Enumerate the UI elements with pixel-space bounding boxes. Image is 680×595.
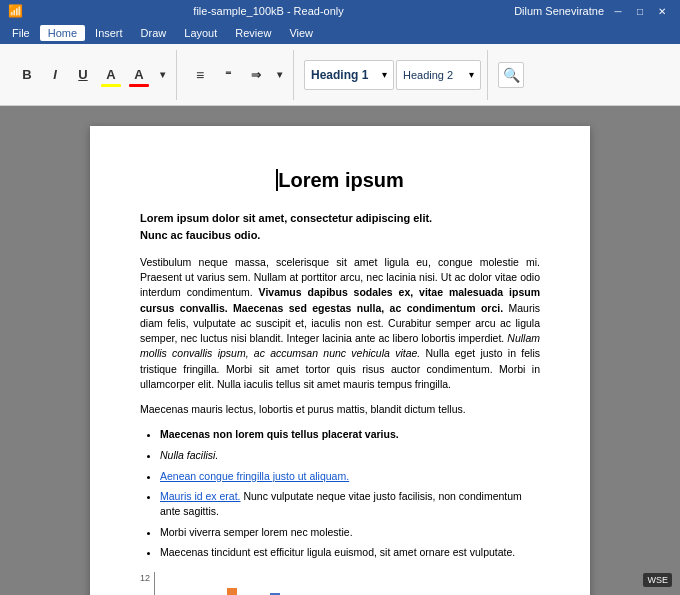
y-label: 12 xyxy=(140,572,150,585)
list-item: Mauris id ex erat. Nunc vulputate neque … xyxy=(160,489,540,518)
bar-col2 xyxy=(227,588,237,595)
list-item: Morbi viverra semper lorem nec molestie. xyxy=(160,525,540,540)
menu-draw[interactable]: Draw xyxy=(133,25,175,41)
list-link[interactable]: Aenean congue fringilla justo ut aliquam… xyxy=(160,470,349,482)
title-bar-left: 📶 xyxy=(8,4,23,18)
ribbon: B I U A A ▾ ≡ ⁼ ⇒ ▾ Heading 1 ▾ Heading … xyxy=(0,44,680,106)
heading1-label: Heading 1 xyxy=(311,68,368,82)
chart-wrapper: 12 10 8 6 xyxy=(140,572,540,595)
bullet-list: Maecenas non lorem quis tellus placerat … xyxy=(160,427,540,560)
menu-view[interactable]: View xyxy=(281,25,321,41)
heading1-arrow: ▾ xyxy=(382,69,387,80)
bold-intro: Lorem ipsum dolor sit amet, consectetur … xyxy=(140,210,540,243)
body-paragraph-1: Vestibulum neque massa, scelerisque sit … xyxy=(140,255,540,392)
body-paragraph-2: Maecenas mauris lectus, lobortis et puru… xyxy=(140,402,540,417)
minimize-button[interactable]: ─ xyxy=(608,4,628,18)
numbered-list-button[interactable]: ⁼ xyxy=(215,62,241,88)
heading2-arrow: ▾ xyxy=(469,69,474,80)
chart-legend: Column 1 Column 2 xyxy=(310,572,363,595)
watermark: WSE xyxy=(643,573,672,587)
maximize-button[interactable]: □ xyxy=(630,4,650,18)
indent-dropdown[interactable]: ▾ xyxy=(271,62,287,88)
menu-home[interactable]: Home xyxy=(40,25,85,41)
close-button[interactable]: ✕ xyxy=(652,4,672,18)
document-area: Lorem ipsum Lorem ipsum dolor sit amet, … xyxy=(0,106,680,595)
window-controls: ─ □ ✕ xyxy=(608,4,672,18)
chart-y-axis: 12 10 8 6 xyxy=(140,572,150,595)
menu-layout[interactable]: Layout xyxy=(176,25,225,41)
list-link-2[interactable]: Mauris id ex erat. xyxy=(160,490,241,502)
heading2-dropdown[interactable]: Heading 2 ▾ xyxy=(396,60,481,90)
list-item: Nulla facilisi. xyxy=(160,448,540,463)
list-item: Maecenas tincidunt est efficitur ligula … xyxy=(160,545,540,560)
page: Lorem ipsum Lorem ipsum dolor sit amet, … xyxy=(90,126,590,595)
search-group: 🔍 xyxy=(492,50,530,100)
chart-container: 12 10 8 6 xyxy=(140,572,540,595)
chart-area xyxy=(154,572,298,595)
menu-review[interactable]: Review xyxy=(227,25,279,41)
styles-group: Heading 1 ▾ Heading 2 ▾ xyxy=(298,50,488,100)
user-name: Dilum Seneviratne xyxy=(514,5,604,17)
font-group: B I U A A ▾ xyxy=(8,50,177,100)
list-item: Maecenas non lorem quis tellus placerat … xyxy=(160,427,540,442)
indent-button[interactable]: ⇒ xyxy=(243,62,269,88)
menu-bar: File Home Insert Draw Layout Review View xyxy=(0,22,680,44)
underline-button[interactable]: U xyxy=(70,62,96,88)
bullet-list-button[interactable]: ≡ xyxy=(187,62,213,88)
italic-button[interactable]: I xyxy=(42,62,68,88)
heading2-label: Heading 2 xyxy=(403,69,453,81)
menu-insert[interactable]: Insert xyxy=(87,25,131,41)
bold-button[interactable]: B xyxy=(14,62,40,88)
search-button[interactable]: 🔍 xyxy=(498,62,524,88)
title-bar-right: Dilum Seneviratne ─ □ ✕ xyxy=(514,4,672,18)
wifi-icon: 📶 xyxy=(8,4,23,18)
heading1-dropdown[interactable]: Heading 1 ▾ xyxy=(304,60,394,90)
bar-group xyxy=(216,588,237,595)
menu-file[interactable]: File xyxy=(4,25,38,41)
highlight-button[interactable]: A xyxy=(98,62,124,88)
paragraph-group: ≡ ⁼ ⇒ ▾ xyxy=(181,50,294,100)
list-item: Aenean congue fringilla justo ut aliquam… xyxy=(160,469,540,484)
dropdown-arrow-font[interactable]: ▾ xyxy=(154,62,170,88)
font-color-button[interactable]: A xyxy=(126,62,152,88)
title-bar-filename: file-sample_100kB - Read-only xyxy=(23,5,514,17)
document-title: Lorem ipsum xyxy=(140,166,540,194)
title-bar: 📶 file-sample_100kB - Read-only Dilum Se… xyxy=(0,0,680,22)
